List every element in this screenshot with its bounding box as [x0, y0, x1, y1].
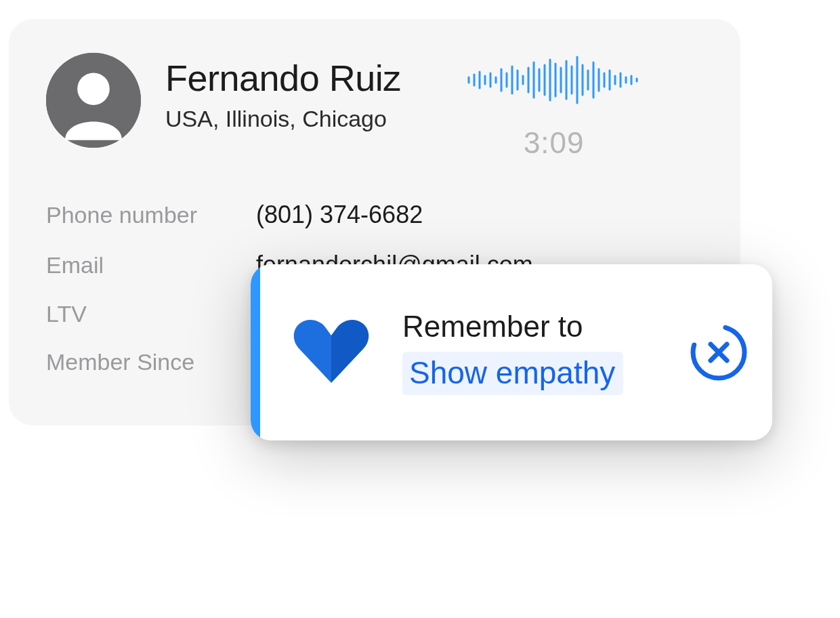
call-audio-block: 3:09 — [466, 53, 642, 160]
email-label: Email — [46, 252, 256, 279]
close-icon — [690, 323, 748, 382]
waveform-icon — [466, 53, 642, 107]
tip-line2: Show empathy — [402, 352, 623, 395]
avatar — [46, 53, 141, 148]
contact-header: Fernando Ruiz USA, Illinois, Chicago — [46, 53, 703, 160]
close-button[interactable] — [681, 323, 756, 382]
svg-point-1 — [77, 73, 110, 105]
contact-name: Fernando Ruiz — [165, 57, 401, 99]
tip-line1: Remember to — [402, 310, 681, 344]
heart-icon — [280, 318, 382, 386]
member-since-label: Member Since — [46, 349, 256, 375]
detail-row-phone: Phone number (801) 374-6682 — [46, 201, 703, 229]
person-icon — [46, 53, 141, 148]
tip-accent-bar — [251, 264, 260, 440]
phone-label: Phone number — [46, 202, 256, 228]
phone-value: (801) 374-6682 — [256, 201, 423, 229]
tip-card: Remember to Show empathy — [251, 264, 772, 440]
tip-text: Remember to Show empathy — [402, 310, 681, 395]
call-timer: 3:09 — [524, 126, 585, 160]
ltv-label: LTV — [46, 301, 256, 327]
name-block: Fernando Ruiz USA, Illinois, Chicago — [165, 53, 401, 132]
contact-location: USA, Illinois, Chicago — [165, 106, 401, 132]
